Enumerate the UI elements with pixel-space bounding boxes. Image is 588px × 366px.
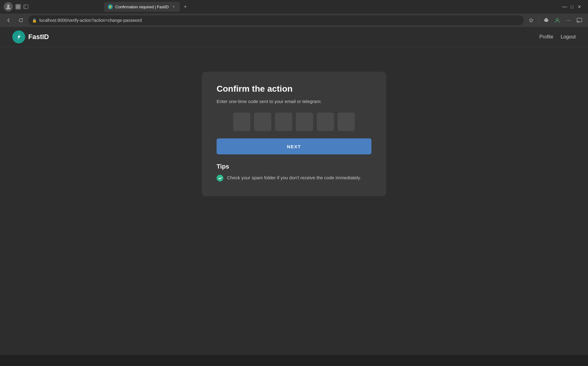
otp-input-3[interactable] bbox=[275, 113, 292, 131]
tips-section: Tips Check your spam folder if you don't… bbox=[217, 163, 371, 181]
svg-point-0 bbox=[7, 5, 10, 7]
svg-rect-6 bbox=[577, 18, 582, 22]
browser-profile-button[interactable] bbox=[552, 15, 562, 25]
lock-icon: 🔒 bbox=[32, 18, 37, 23]
tab-close-button[interactable]: × bbox=[171, 4, 176, 9]
tips-title: Tips bbox=[217, 163, 371, 170]
app-name: FastID bbox=[28, 33, 49, 41]
nav-bar: 🔒 localhost:8000/verify-action?action=ch… bbox=[0, 14, 588, 27]
cast-button[interactable] bbox=[574, 15, 584, 25]
otp-input-2[interactable] bbox=[254, 113, 271, 131]
card-title: Confirm the action bbox=[217, 84, 371, 94]
profile-link[interactable]: Profile bbox=[539, 34, 553, 40]
nav-actions: ⋯ bbox=[526, 15, 584, 25]
tip-check-icon bbox=[217, 175, 223, 181]
main-content: Confirm the action Enter one-time code s… bbox=[0, 47, 588, 196]
svg-rect-2 bbox=[17, 5, 19, 8]
logo-icon bbox=[12, 30, 25, 43]
favorite-button[interactable] bbox=[526, 15, 536, 25]
maximize-button[interactable]: □ bbox=[570, 4, 574, 9]
otp-container bbox=[217, 113, 371, 131]
browser-profile-avatar[interactable] bbox=[4, 2, 13, 11]
app-content: FastID Profile Logout Confirm the action… bbox=[0, 27, 588, 355]
more-button[interactable]: ⋯ bbox=[563, 15, 573, 25]
logout-link[interactable]: Logout bbox=[561, 34, 576, 40]
close-button[interactable]: × bbox=[577, 4, 582, 9]
extensions-button[interactable] bbox=[541, 15, 551, 25]
active-tab[interactable]: ⚡ Confirmation required | FastID × bbox=[104, 2, 180, 12]
svg-rect-1 bbox=[17, 6, 19, 8]
app-nav: Profile Logout bbox=[539, 34, 576, 40]
otp-input-5[interactable] bbox=[317, 113, 334, 131]
svg-rect-3 bbox=[24, 5, 28, 9]
otp-input-1[interactable] bbox=[233, 113, 250, 131]
confirm-action-card: Confirm the action Enter one-time code s… bbox=[202, 72, 386, 196]
address-bar[interactable]: 🔒 localhost:8000/verify-action?action=ch… bbox=[28, 15, 524, 25]
copy-icon[interactable] bbox=[15, 4, 21, 10]
minimize-button[interactable]: — bbox=[562, 4, 567, 9]
url-text: localhost:8000/verify-action?action=chan… bbox=[39, 18, 142, 23]
tip-text-1: Check your spam folder if you don't rece… bbox=[227, 174, 361, 181]
nav-divider bbox=[539, 17, 539, 23]
next-button[interactable]: NEXT bbox=[217, 138, 371, 154]
sidebar-icon[interactable] bbox=[23, 4, 28, 9]
svg-marker-7 bbox=[18, 34, 21, 40]
tab-title: Confirmation required | FastID bbox=[115, 5, 169, 9]
app-header: FastID Profile Logout bbox=[0, 27, 588, 47]
tip-item-1: Check your spam folder if you don't rece… bbox=[217, 174, 371, 181]
svg-point-5 bbox=[556, 18, 559, 21]
tab-favicon: ⚡ bbox=[108, 4, 113, 9]
new-tab-button[interactable]: + bbox=[181, 2, 190, 11]
card-subtitle: Enter one-time code sent to your email o… bbox=[217, 99, 371, 104]
otp-input-4[interactable] bbox=[296, 113, 313, 131]
browser-chrome: ⚡ Confirmation required | FastID × + — □… bbox=[0, 0, 588, 27]
back-button[interactable] bbox=[4, 15, 14, 25]
tab-bar: ⚡ Confirmation required | FastID × + bbox=[100, 0, 512, 14]
reload-button[interactable] bbox=[16, 15, 26, 25]
otp-input-6[interactable] bbox=[338, 113, 355, 131]
title-bar: ⚡ Confirmation required | FastID × + — □… bbox=[0, 0, 588, 14]
app-logo[interactable]: FastID bbox=[12, 30, 49, 43]
